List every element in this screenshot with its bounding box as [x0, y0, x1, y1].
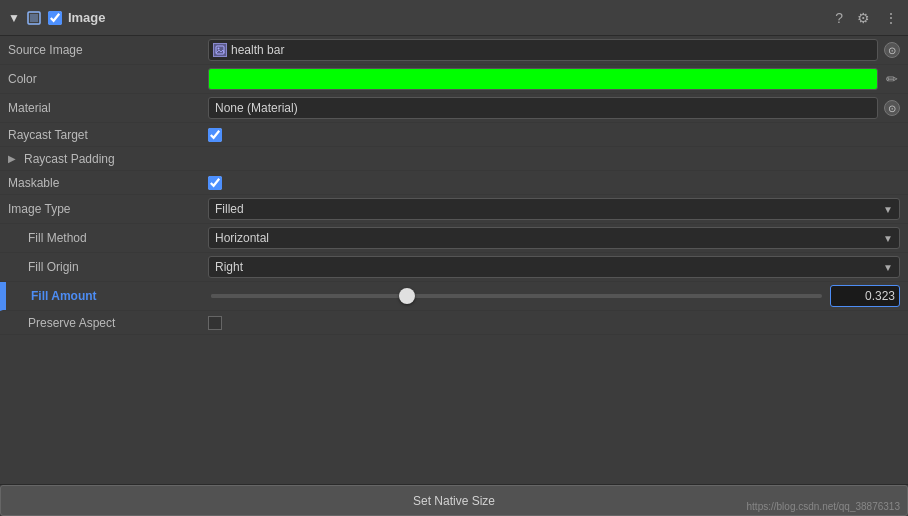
- image-type-row: Image Type Filled ▼: [0, 195, 908, 224]
- source-image-picker-button[interactable]: ⊙: [884, 42, 900, 58]
- watermark-text: https://blog.csdn.net/qq_38876313: [747, 501, 900, 512]
- maskable-value: [208, 176, 900, 190]
- color-swatch[interactable]: [208, 68, 878, 90]
- raycast-padding-row: ▶ Raycast Padding: [0, 147, 908, 171]
- fill-amount-label: Fill Amount: [11, 289, 211, 303]
- source-image-row: Source Image health bar ⊙: [0, 36, 908, 65]
- fill-method-text: Horizontal: [215, 231, 883, 245]
- raycast-target-row: Raycast Target: [0, 123, 908, 147]
- source-image-field[interactable]: health bar: [208, 39, 878, 61]
- material-picker-button[interactable]: ⊙: [884, 100, 900, 116]
- fill-origin-dropdown[interactable]: Right ▼: [208, 256, 900, 278]
- footer-row: Set Native Size https://blog.csdn.net/qq…: [0, 484, 908, 516]
- header-actions: ? ⚙ ⋮: [833, 8, 900, 28]
- fill-amount-fill: [211, 294, 407, 298]
- fill-method-dropdown[interactable]: Horizontal ▼: [208, 227, 900, 249]
- image-type-value: Filled ▼: [208, 198, 900, 220]
- fill-amount-row: Fill Amount 0.323: [0, 282, 908, 311]
- component-header: ▼ Image ? ⚙ ⋮: [0, 0, 908, 36]
- fill-amount-slider-container: 0.323: [211, 285, 900, 307]
- raycast-target-value: [208, 128, 900, 142]
- fill-amount-input[interactable]: 0.323: [830, 285, 900, 307]
- maskable-row: Maskable: [0, 171, 908, 195]
- source-image-text: health bar: [231, 43, 873, 57]
- eyedropper-button[interactable]: ✏: [884, 69, 900, 89]
- material-value: None (Material) ⊙: [208, 97, 900, 119]
- image-type-text: Filled: [215, 202, 883, 216]
- svg-rect-1: [30, 14, 38, 22]
- source-image-label: Source Image: [8, 43, 208, 57]
- preserve-aspect-row: Preserve Aspect: [0, 311, 908, 335]
- component-title: Image: [68, 10, 827, 25]
- fill-amount-track[interactable]: [211, 294, 822, 298]
- more-button[interactable]: ⋮: [882, 8, 900, 28]
- material-row: Material None (Material) ⊙: [0, 94, 908, 123]
- material-label: Material: [8, 101, 208, 115]
- color-value: ✏: [208, 68, 900, 90]
- component-body: Source Image health bar ⊙ Color: [0, 36, 908, 484]
- settings-button[interactable]: ⚙: [855, 8, 872, 28]
- fill-origin-value: Right ▼: [208, 256, 900, 278]
- raycast-target-label: Raycast Target: [8, 128, 208, 142]
- fill-method-arrow: ▼: [883, 233, 893, 244]
- maskable-label: Maskable: [8, 176, 208, 190]
- help-button[interactable]: ?: [833, 8, 845, 28]
- fill-method-label: Fill Method: [8, 231, 208, 245]
- fill-origin-arrow: ▼: [883, 262, 893, 273]
- preserve-aspect-value: [208, 316, 900, 330]
- image-component-panel: ▼ Image ? ⚙ ⋮ Source Image: [0, 0, 908, 516]
- fill-method-value: Horizontal ▼: [208, 227, 900, 249]
- raycast-padding-label: ▶ Raycast Padding: [8, 152, 208, 166]
- source-image-value: health bar ⊙: [208, 39, 900, 61]
- image-type-dropdown[interactable]: Filled ▼: [208, 198, 900, 220]
- svg-point-3: [218, 48, 220, 50]
- fill-origin-text: Right: [215, 260, 883, 274]
- raycast-target-checkbox[interactable]: [208, 128, 222, 142]
- fill-method-row: Fill Method Horizontal ▼: [0, 224, 908, 253]
- preserve-aspect-label: Preserve Aspect: [8, 316, 208, 330]
- color-label: Color: [8, 72, 208, 86]
- fill-amount-value: 0.323: [211, 285, 900, 307]
- fill-origin-label: Fill Origin: [8, 260, 208, 274]
- material-field[interactable]: None (Material): [208, 97, 878, 119]
- image-type-arrow: ▼: [883, 204, 893, 215]
- component-enabled-checkbox[interactable]: [48, 11, 62, 25]
- raycast-padding-arrow[interactable]: ▶: [8, 153, 16, 164]
- color-row: Color ✏: [0, 65, 908, 94]
- preserve-aspect-checkbox[interactable]: [208, 316, 222, 330]
- maskable-checkbox[interactable]: [208, 176, 222, 190]
- material-text: None (Material): [215, 101, 871, 115]
- collapse-arrow[interactable]: ▼: [8, 11, 20, 25]
- fill-amount-thumb[interactable]: [399, 288, 415, 304]
- image-type-label: Image Type: [8, 202, 208, 216]
- fill-origin-row: Fill Origin Right ▼: [0, 253, 908, 282]
- component-icon: [26, 10, 42, 26]
- image-asset-icon: [213, 43, 227, 57]
